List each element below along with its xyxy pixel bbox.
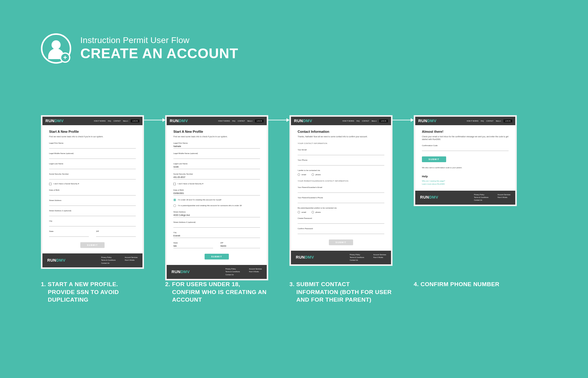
- input-dob[interactable]: [49, 192, 136, 196]
- input-city[interactable]: [49, 223, 136, 226]
- submit-button[interactable]: SUBMIT: [205, 254, 229, 259]
- label-dob: Date of Birth: [49, 189, 136, 191]
- create-account-icon: +: [41, 33, 71, 64]
- page-lead: First we need some basic info to check i…: [49, 135, 136, 138]
- input-first[interactable]: [49, 145, 136, 149]
- hero-subtitle: Instruction Permit User Flow: [80, 35, 238, 45]
- nav-how[interactable]: HOW IT WORKS: [94, 120, 105, 122]
- radio-parent-guardian[interactable]: [173, 204, 176, 207]
- input-state[interactable]: [49, 233, 89, 237]
- nav-contact[interactable]: CONTACT: [113, 120, 121, 122]
- input-confirmation-code[interactable]: [422, 147, 509, 151]
- input-middle[interactable]: [49, 155, 136, 159]
- input-street2[interactable]: [173, 224, 260, 228]
- app-header: RUNDMV HOW IT WORKS FAQ CONTACT Menu ▾ L…: [42, 117, 142, 125]
- input-city[interactable]: Everett: [173, 234, 260, 238]
- label-street: Street Address: [49, 199, 136, 202]
- radio-contact-phone[interactable]: [312, 173, 314, 176]
- caption-1: 1. START A NEW PROFILE. PROVIDE SSN TO A…: [41, 280, 144, 304]
- captions-row: 1. START A NEW PROFILE. PROVIDE SSN TO A…: [41, 280, 517, 304]
- input-parent-email[interactable]: [298, 189, 384, 193]
- input-confirm-password[interactable]: [298, 230, 384, 234]
- caption-4: 4. CONFIRM PHONE NUMBER: [414, 280, 517, 304]
- label-ssn: Social Security Number: [49, 173, 136, 175]
- page-title: Start A New Profile: [173, 129, 260, 134]
- input-street2[interactable]: [49, 212, 136, 216]
- label-zip: ZIP: [96, 230, 136, 232]
- mock-screen-3: RUNDMV HOW IT WORKSFAQCONTACTMenu ▾LOG I…: [289, 115, 393, 266]
- nav-faq[interactable]: FAQ: [108, 120, 111, 122]
- submit-button[interactable]: SUBMIT: [422, 156, 446, 162]
- input-zip[interactable]: 98203: [220, 245, 260, 248]
- label-middle: Legal Middle Name (optional): [49, 152, 136, 155]
- submit-button[interactable]: SUBMIT: [80, 242, 105, 248]
- mock-screen-1: RUNDMV HOW IT WORKS FAQ CONTACT Menu ▾ L…: [41, 115, 144, 269]
- mock-screen-4: RUNDMV HOW IT WORKSFAQCONTACTMenu ▾LOG I…: [414, 115, 517, 206]
- parent-code-note: We also sent a confirmation code to your…: [422, 166, 509, 169]
- caption-2: 2. FOR USERS UNDER 18, CONFIRM WHO IS CR…: [165, 280, 268, 304]
- input-last[interactable]: Smith: [173, 166, 260, 169]
- nav-login[interactable]: LOG IN: [131, 119, 139, 123]
- input-zip[interactable]: [96, 233, 136, 237]
- checkbox-no-ssn[interactable]: [173, 183, 176, 185]
- section-your-contact: YOUR CONTACT INFORMATION: [298, 142, 384, 145]
- input-create-password[interactable]: [298, 220, 384, 224]
- input-your-phone[interactable]: [298, 162, 384, 166]
- caption-3: 3. SUBMIT CONTACT INFORMATION (BOTH FOR …: [289, 280, 393, 304]
- section-parent-contact: YOUR PARENT/GUARDIAN'S CONTACT INFORMATI…: [298, 180, 384, 182]
- page-title: Almost there!: [422, 129, 509, 134]
- input-parent-phone[interactable]: [298, 199, 384, 203]
- radio-under-18-self[interactable]: [173, 199, 176, 201]
- label-street2: Street Address 2 (optional): [49, 209, 136, 212]
- page-title: Start A New Profile: [49, 129, 136, 134]
- flow-row: RUNDMV HOW IT WORKS FAQ CONTACT Menu ▾ L…: [41, 115, 517, 280]
- help-heading: Help: [422, 175, 509, 179]
- help-link-why[interactable]: Why am I seeing this page?: [422, 180, 509, 182]
- label-last: Legal Last Name: [49, 162, 136, 165]
- checkbox-no-ssn[interactable]: [49, 183, 52, 185]
- app-footer: RUNDMV Privacy PolicyTerms & ConditionsC…: [42, 253, 142, 267]
- input-first[interactable]: Nathalie: [173, 145, 260, 149]
- input-your-email[interactable]: [298, 152, 384, 155]
- input-middle[interactable]: [173, 155, 260, 159]
- radio-contact-email[interactable]: [298, 173, 300, 176]
- input-ssn[interactable]: 491-05-8537: [173, 176, 260, 179]
- mock-screen-2: RUNDMV HOW IT WORKSFAQCONTACTMenu ▾LOG I…: [165, 115, 268, 280]
- hero-title: CREATE AN ACCOUNT: [80, 45, 238, 62]
- input-street[interactable]: 4630 College Ave: [173, 214, 260, 217]
- label-first: Legal First Name: [49, 142, 136, 144]
- input-ssn[interactable]: [49, 176, 136, 179]
- input-street[interactable]: [49, 202, 136, 206]
- input-state[interactable]: WA: [173, 245, 213, 248]
- nav-menu[interactable]: Menu ▾: [123, 120, 128, 122]
- radio-parent-contact-email[interactable]: [298, 211, 300, 213]
- radio-parent-contact-phone[interactable]: [312, 211, 314, 213]
- help-link-learn[interactable]: Learn more about RunDMV: [422, 183, 509, 185]
- input-dob[interactable]: 03/08/2001: [173, 192, 260, 196]
- label-state: State: [49, 230, 89, 232]
- submit-button[interactable]: SUBMIT: [329, 239, 353, 245]
- logo: RUNDMV: [45, 119, 64, 124]
- page-title: Contact Information: [298, 129, 384, 134]
- input-last[interactable]: [49, 166, 136, 169]
- hero: + Instruction Permit User Flow CREATE AN…: [41, 33, 238, 64]
- label-city: City: [49, 220, 136, 222]
- label-no-ssn: I don't have a Social Security #: [53, 182, 79, 185]
